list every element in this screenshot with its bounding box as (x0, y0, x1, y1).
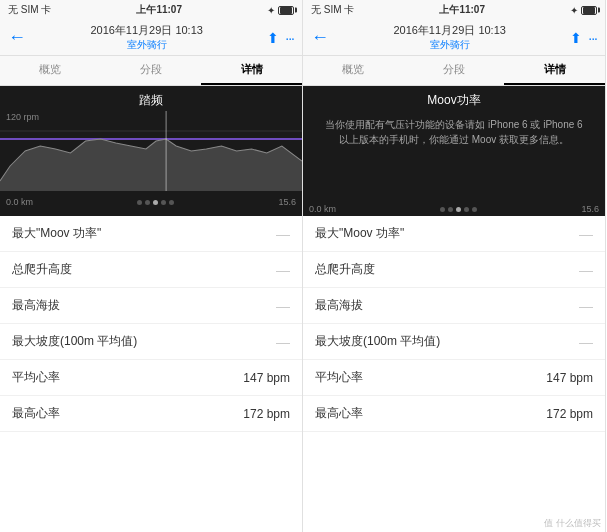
moov-dot-2 (448, 207, 453, 212)
nav-bar-left: ← 2016年11月29日 10:13 室外骑行 ⬆ ··· (0, 20, 302, 56)
moov-bottom: 0.0 km 15.6 (303, 202, 605, 216)
status-bar-left: 无 SIM 卡 上午11:07 ✦ (0, 0, 302, 20)
stat-row-3-right: 最高海拔 — (303, 288, 605, 324)
battery-icon (278, 6, 294, 15)
stat-value-1-right: — (579, 226, 593, 242)
moov-km-start: 0.0 km (309, 204, 336, 214)
stats-list-right: 最大"Moov 功率" — 总爬升高度 — 最高海拔 — 最大坡度(100m 平… (303, 216, 605, 515)
chart-svg-left (0, 111, 302, 191)
stat-value-4-left: — (276, 334, 290, 350)
dot-4 (161, 200, 166, 205)
back-button-left[interactable]: ← (8, 27, 26, 48)
stat-value-5-right: 147 bpm (546, 371, 593, 385)
stat-label-2-right: 总爬升高度 (315, 261, 375, 278)
stat-label-6-left: 最高心率 (12, 405, 60, 422)
chart-dots-left (137, 197, 174, 207)
stat-row-1-right: 最大"Moov 功率" — (303, 216, 605, 252)
stat-label-5-right: 平均心率 (315, 369, 363, 386)
nav-center-right: 2016年11月29日 10:13 室外骑行 (393, 23, 506, 52)
stat-row-1-left: 最大"Moov 功率" — (0, 216, 302, 252)
moov-chart-area: Moov功率 当你使用配有气压计功能的设备请如 iPhone 6 或 iPhon… (303, 86, 605, 216)
more-button-left[interactable]: ··· (285, 30, 294, 46)
tabs-right: 概览 分段 详情 (303, 56, 605, 86)
dot-3 (153, 200, 158, 205)
dot-5 (169, 200, 174, 205)
stat-label-3-right: 最高海拔 (315, 297, 363, 314)
battery-icon-right (581, 6, 597, 15)
chart-bottom-left: 0.0 km 15.6 (0, 195, 302, 209)
upload-button-right[interactable]: ⬆ (570, 30, 582, 46)
time-right: 上午11:07 (439, 3, 485, 17)
stat-row-5-right: 平均心率 147 bpm (303, 360, 605, 396)
nav-subtitle-right: 室外骑行 (393, 38, 506, 52)
chart-km-end: 15.6 (278, 197, 296, 207)
dot-2 (145, 200, 150, 205)
status-bar-right: 无 SIM 卡 上午11:07 ✦ (303, 0, 605, 20)
nav-actions-left: ⬆ ··· (267, 30, 294, 46)
moov-dot-1 (440, 207, 445, 212)
stat-value-3-right: — (579, 298, 593, 314)
nav-bar-right: ← 2016年11月29日 10:13 室外骑行 ⬆ ··· (303, 20, 605, 56)
stat-label-2-left: 总爬升高度 (12, 261, 72, 278)
status-icons-left: ✦ (267, 5, 294, 16)
chart-y-label: 120 rpm (6, 112, 39, 122)
stat-label-4-right: 最大坡度(100m 平均值) (315, 333, 440, 350)
stat-label-1-right: 最大"Moov 功率" (315, 225, 404, 242)
stat-value-6-right: 172 bpm (546, 407, 593, 421)
time-left: 上午11:07 (136, 3, 182, 17)
tabs-left: 概览 分段 详情 (0, 56, 302, 86)
stat-label-3-left: 最高海拔 (12, 297, 60, 314)
stat-value-1-left: — (276, 226, 290, 242)
nav-date-right: 2016年11月29日 10:13 (393, 23, 506, 38)
moov-km-end: 15.6 (581, 204, 599, 214)
nav-center-left: 2016年11月29日 10:13 室外骑行 (90, 23, 203, 52)
bluetooth-icon-right: ✦ (570, 5, 578, 16)
more-button-right[interactable]: ··· (588, 30, 597, 46)
chart-cadence: 踏频 120 rpm 0.0 km 15.6 (0, 86, 302, 216)
moov-dots (440, 204, 477, 214)
tab-overview-left[interactable]: 概览 (0, 56, 101, 85)
status-icons-right: ✦ (570, 5, 597, 16)
stat-label-6-right: 最高心率 (315, 405, 363, 422)
stat-row-6-right: 最高心率 172 bpm (303, 396, 605, 432)
panel-left: 无 SIM 卡 上午11:07 ✦ ← 2016年11月29日 10:13 室外… (0, 0, 303, 532)
chart-km-start: 0.0 km (6, 197, 33, 207)
moov-message-text: 当你使用配有气压计功能的设备请如 iPhone 6 或 iPhone 6 以上版… (303, 113, 605, 202)
nav-subtitle-left: 室外骑行 (90, 38, 203, 52)
carrier-left: 无 SIM 卡 (8, 3, 51, 17)
dot-1 (137, 200, 142, 205)
nav-actions-right: ⬆ ··· (570, 30, 597, 46)
tab-segment-right[interactable]: 分段 (404, 56, 505, 85)
tab-segment-left[interactable]: 分段 (101, 56, 202, 85)
back-button-right[interactable]: ← (311, 27, 329, 48)
stat-label-5-left: 平均心率 (12, 369, 60, 386)
stat-value-6-left: 172 bpm (243, 407, 290, 421)
moov-dot-3 (456, 207, 461, 212)
moov-dot-5 (472, 207, 477, 212)
watermark: 值 什么值得买 (303, 515, 605, 532)
upload-button-left[interactable]: ⬆ (267, 30, 279, 46)
tab-detail-right[interactable]: 详情 (504, 56, 605, 85)
panel-right: 无 SIM 卡 上午11:07 ✦ ← 2016年11月29日 10:13 室外… (303, 0, 606, 532)
stat-row-5-left: 平均心率 147 bpm (0, 360, 302, 396)
tab-detail-left[interactable]: 详情 (201, 56, 302, 85)
stat-label-4-left: 最大坡度(100m 平均值) (12, 333, 137, 350)
stat-value-2-right: — (579, 262, 593, 278)
carrier-right: 无 SIM 卡 (311, 3, 354, 17)
stat-row-4-left: 最大坡度(100m 平均值) — (0, 324, 302, 360)
stat-value-4-right: — (579, 334, 593, 350)
bluetooth-icon: ✦ (267, 5, 275, 16)
moov-dot-4 (464, 207, 469, 212)
stat-value-5-left: 147 bpm (243, 371, 290, 385)
stat-row-4-right: 最大坡度(100m 平均值) — (303, 324, 605, 360)
stat-row-2-right: 总爬升高度 — (303, 252, 605, 288)
moov-title: Moov功率 (303, 86, 605, 113)
stat-value-2-left: — (276, 262, 290, 278)
stat-row-3-left: 最高海拔 — (0, 288, 302, 324)
tab-overview-right[interactable]: 概览 (303, 56, 404, 85)
stat-row-2-left: 总爬升高度 — (0, 252, 302, 288)
chart-title-left: 踏频 (0, 86, 302, 111)
stats-list-left: 最大"Moov 功率" — 总爬升高度 — 最高海拔 — 最大坡度(100m 平… (0, 216, 302, 532)
stat-label-1-left: 最大"Moov 功率" (12, 225, 101, 242)
stat-row-6-left: 最高心率 172 bpm (0, 396, 302, 432)
